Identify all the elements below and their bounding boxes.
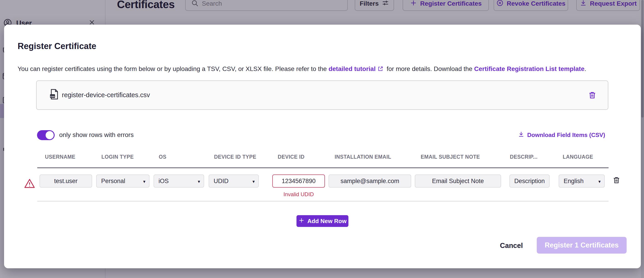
delete-row-button[interactable] — [612, 176, 620, 185]
trash-icon — [612, 182, 620, 185]
table-row-divider — [37, 201, 608, 201]
download-field-items-label: Download Field Items (CSV) — [527, 132, 605, 139]
login-type-value: Personal — [101, 178, 125, 185]
col-header-device-id: DEVICE ID — [278, 154, 304, 160]
modal-description: You can register certificates using the … — [18, 65, 586, 73]
description-text: . — [584, 65, 586, 72]
description-text: You can register certificates using the … — [18, 65, 327, 72]
row-error-warning-icon — [24, 178, 35, 190]
installation-email-input[interactable]: sample@sample.com — [328, 174, 411, 188]
errors-only-toggle-label: only show rows with errors — [59, 131, 134, 139]
external-link-icon — [376, 65, 385, 72]
os-value: iOS — [158, 178, 169, 185]
download-field-items-link[interactable]: Download Field Items (CSV) — [518, 131, 605, 139]
plus-icon — [298, 217, 304, 225]
language-select[interactable]: English ▾ — [559, 174, 605, 188]
download-icon — [518, 131, 524, 139]
register-certificates-submit-button[interactable]: Register 1 Certificates — [537, 237, 626, 253]
os-select[interactable]: iOS ▾ — [154, 174, 204, 188]
add-new-row-label: Add New Row — [307, 218, 346, 225]
remove-file-button[interactable] — [588, 91, 596, 100]
add-new-row-button[interactable]: Add New Row — [296, 215, 348, 227]
col-header-email-subject-note: EMAIL SUBJECT NOTE — [421, 154, 480, 160]
chevron-down-icon: ▾ — [198, 179, 200, 184]
cancel-button[interactable]: Cancel — [500, 240, 523, 251]
col-header-device-id-type: DEVICE ID TYPE — [214, 154, 256, 160]
language-value: English — [564, 178, 584, 185]
description-text: for more details. Download the — [386, 65, 472, 72]
errors-only-toggle[interactable] — [37, 130, 55, 140]
chevron-down-icon: ▾ — [143, 179, 146, 184]
template-download-link[interactable]: Certificate Registration List template — [474, 65, 584, 72]
toggle-knob — [46, 131, 54, 139]
description-input[interactable]: Description — [510, 174, 550, 188]
username-input[interactable]: test.user — [40, 174, 92, 188]
device-id-error-message: Invalid UDID — [272, 191, 325, 197]
table-header-divider — [37, 167, 608, 168]
modal-title: Register Certificate — [18, 41, 96, 51]
csv-file-icon: csv — [49, 88, 59, 101]
device-id-type-value: UDID — [214, 178, 228, 185]
login-type-select[interactable]: Personal ▾ — [96, 174, 150, 188]
chevron-down-icon: ▾ — [252, 179, 255, 184]
col-header-login-type: LOGIN TYPE — [102, 154, 134, 160]
col-header-language: LANGUAGE — [563, 154, 593, 160]
csv-label: csv — [50, 95, 55, 98]
uploaded-file-name: register-device-certificates.csv — [62, 91, 150, 99]
screen: ... User — [0, 0, 644, 278]
col-header-os: OS — [159, 154, 166, 160]
col-header-description: DESCRIP... — [510, 154, 538, 160]
col-header-installation-email: INSTALLATION EMAIL — [335, 154, 391, 160]
email-subject-note-input[interactable]: Email Subject Note — [415, 174, 501, 188]
register-certificate-modal: Register Certificate You can register ce… — [4, 25, 641, 268]
detailed-tutorial-link[interactable]: detailed tutorial — [328, 65, 376, 72]
chevron-down-icon: ▾ — [598, 179, 601, 184]
device-id-type-select[interactable]: UDID ▾ — [209, 174, 259, 188]
col-header-username: USERNAME — [45, 154, 76, 160]
uploaded-file-card: csv register-device-certificates.csv — [36, 81, 608, 110]
device-id-input[interactable]: 1234567890 — [272, 174, 325, 188]
trash-icon — [588, 97, 596, 100]
